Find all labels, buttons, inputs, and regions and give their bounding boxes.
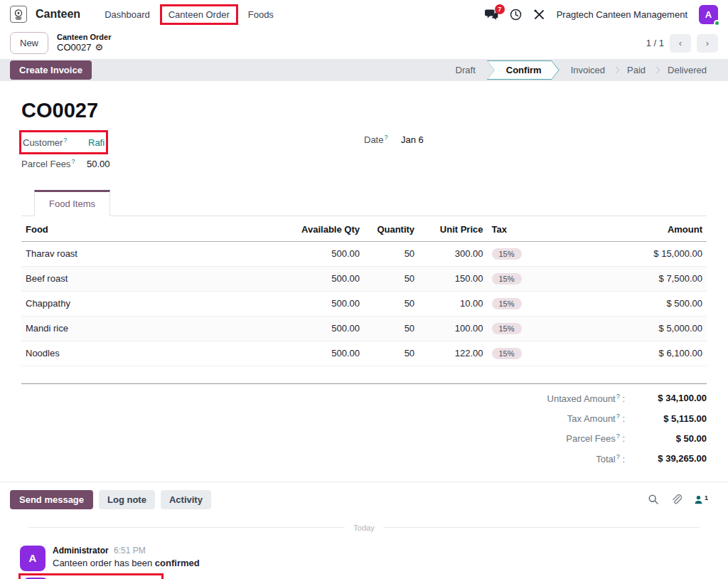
pager-next-button[interactable]: › <box>697 34 718 53</box>
cell-quantity[interactable]: 50 <box>364 316 419 341</box>
cell-tax[interactable]: 15% <box>488 241 574 266</box>
company-name[interactable]: Pragtech Canteen Management <box>557 9 687 20</box>
cell-food[interactable]: Chappathy <box>21 291 289 316</box>
status-bar: Create Invoice Draft Confirm Invoiced Pa… <box>0 59 728 81</box>
send-message-button[interactable]: Send message <box>10 490 93 509</box>
cell-available-qty[interactable]: 500.00 <box>289 316 364 341</box>
step-invoiced[interactable]: Invoiced <box>560 59 616 81</box>
help-icon: ? <box>616 432 620 440</box>
cell-available-qty[interactable]: 500.00 <box>289 291 364 316</box>
cell-available-qty[interactable]: 500.00 <box>289 266 364 291</box>
table-row[interactable]: Tharav roast 500.00 50 300.00 15% $ 15,0… <box>21 241 707 266</box>
table-row[interactable]: Mandi rice 500.00 50 100.00 15% $ 5,000.… <box>21 316 707 341</box>
cell-tax[interactable]: 15% <box>488 341 574 366</box>
col-header-available-qty[interactable]: Available Qty <box>289 218 364 242</box>
total-grand-row: Total? : $ 39,265.00 <box>472 449 707 469</box>
table-row[interactable]: Noodles 500.00 50 122.00 15% $ 6,100.00 <box>21 341 707 366</box>
col-header-tax[interactable]: Tax <box>488 218 574 242</box>
tax-badge: 15% <box>492 348 522 359</box>
cell-tax[interactable]: 15% <box>488 316 574 341</box>
cell-food[interactable]: Beef roast <box>21 266 289 291</box>
nav-item-canteen-order[interactable]: Canteen Order <box>161 6 237 23</box>
cell-amount[interactable]: $ 15,000.00 <box>573 241 707 266</box>
followers-icon[interactable]: 1 <box>693 494 708 505</box>
cell-food[interactable]: Noodles <box>21 341 289 366</box>
cell-amount[interactable]: $ 6,100.00 <box>573 341 707 366</box>
nav-item-foods[interactable]: Foods <box>241 6 281 23</box>
cell-unit-price[interactable]: 10.00 <box>419 291 487 316</box>
parcel-fees-value[interactable]: 50.00 <box>87 159 110 169</box>
tax-badge: 15% <box>492 298 522 309</box>
online-status-dot <box>714 20 720 26</box>
cell-amount[interactable]: $ 5,000.00 <box>573 316 707 341</box>
attachment-paperclip-icon[interactable] <box>670 494 682 506</box>
cell-quantity[interactable]: 50 <box>364 241 419 266</box>
cell-tax[interactable]: 15% <box>488 291 574 316</box>
col-header-amount[interactable]: Amount <box>573 218 707 242</box>
cell-quantity[interactable]: 50 <box>364 291 419 316</box>
pager-prev-button[interactable]: ‹ <box>670 34 691 53</box>
help-icon: ? <box>616 393 620 400</box>
table-empty-row[interactable] <box>21 366 707 384</box>
col-header-food[interactable]: Food <box>21 218 289 242</box>
customer-value-link[interactable]: Rafi <box>88 137 105 148</box>
tools-icon[interactable] <box>533 9 545 21</box>
annotation-box-message: A Administrator 6:51 PM Canteen Orders c… <box>20 575 162 579</box>
table-row[interactable]: Chappathy 500.00 50 10.00 15% $ 500.00 <box>21 291 707 316</box>
cell-unit-price[interactable]: 122.00 <box>419 341 487 366</box>
gear-icon[interactable]: ⚙ <box>95 42 103 53</box>
search-messages-icon[interactable] <box>648 494 659 505</box>
totals-block: Untaxed Amount? : $ 34,100.00 Tax Amount… <box>472 388 707 469</box>
cell-unit-price[interactable]: 150.00 <box>419 266 487 291</box>
cell-food[interactable]: Tharav roast <box>21 241 289 266</box>
cell-food[interactable]: Mandi rice <box>21 316 289 341</box>
control-panel: New Canteen Order CO0027 ⚙ 1 / 1 ‹ › <box>0 28 728 59</box>
cell-amount[interactable]: $ 7,500.00 <box>573 266 707 291</box>
right-field-group: Date? Jan 6 <box>364 131 707 148</box>
create-invoice-button[interactable]: Create Invoice <box>10 60 92 80</box>
breadcrumb: Canteen Order CO0027 ⚙ <box>57 33 111 54</box>
app-name[interactable]: Canteen <box>36 8 80 21</box>
col-header-unit-price[interactable]: Unit Price <box>419 218 487 242</box>
breadcrumb-parent[interactable]: Canteen Order <box>57 33 111 43</box>
breadcrumb-current: CO0027 <box>57 42 91 53</box>
date-value[interactable]: Jan 6 <box>401 134 424 145</box>
messages-icon[interactable]: 7 <box>485 9 498 21</box>
step-draft[interactable]: Draft <box>444 59 487 81</box>
app-logo-icon[interactable] <box>10 6 27 23</box>
tab-food-items[interactable]: Food Items <box>34 190 110 216</box>
table-row[interactable]: Beef roast 500.00 50 150.00 15% $ 7,500.… <box>21 266 707 291</box>
step-confirm-active[interactable]: Confirm <box>487 60 560 80</box>
untaxed-amount-value: $ 34,100.00 <box>625 393 707 403</box>
cell-amount[interactable]: $ 500.00 <box>573 291 707 316</box>
step-delivered[interactable]: Delivered <box>656 59 718 81</box>
cell-unit-price[interactable]: 100.00 <box>419 316 487 341</box>
pager-count: 1 / 1 <box>646 38 664 48</box>
annotation-box-canteen-order-menu: Canteen Order <box>161 6 237 23</box>
messages-badge: 7 <box>495 4 505 14</box>
new-button[interactable]: New <box>10 32 48 54</box>
food-items-table: Food Available Qty Quantity Unit Price T… <box>21 218 707 366</box>
user-avatar[interactable]: A <box>699 5 718 24</box>
annotation-box-customer: Customer? Rafi <box>23 134 105 151</box>
tax-amount-value: $ 5,115.00 <box>625 413 707 424</box>
help-icon: ? <box>63 137 67 144</box>
cell-quantity[interactable]: 50 <box>364 266 419 291</box>
chatter: Send message Log note Activity 1 <box>0 482 728 579</box>
col-header-quantity[interactable]: Quantity <box>364 218 419 242</box>
help-icon: ? <box>616 453 620 460</box>
cell-available-qty[interactable]: 500.00 <box>289 241 364 266</box>
activity-button[interactable]: Activity <box>161 490 211 509</box>
activities-clock-icon[interactable] <box>510 9 522 21</box>
cell-quantity[interactable]: 50 <box>364 341 419 366</box>
step-paid[interactable]: Paid <box>616 59 657 81</box>
cell-tax[interactable]: 15% <box>488 266 574 291</box>
log-note-button[interactable]: Log note <box>99 490 155 509</box>
tax-badge: 15% <box>492 248 522 260</box>
cell-available-qty[interactable]: 500.00 <box>289 341 364 366</box>
cell-unit-price[interactable]: 300.00 <box>419 241 487 266</box>
nav-item-dashboard[interactable]: Dashboard <box>97 6 157 23</box>
help-icon: ? <box>616 413 620 420</box>
message-author[interactable]: Administrator <box>53 546 109 556</box>
total-parcel-fees-row: Parcel Fees? : $ 50.00 <box>472 428 707 448</box>
